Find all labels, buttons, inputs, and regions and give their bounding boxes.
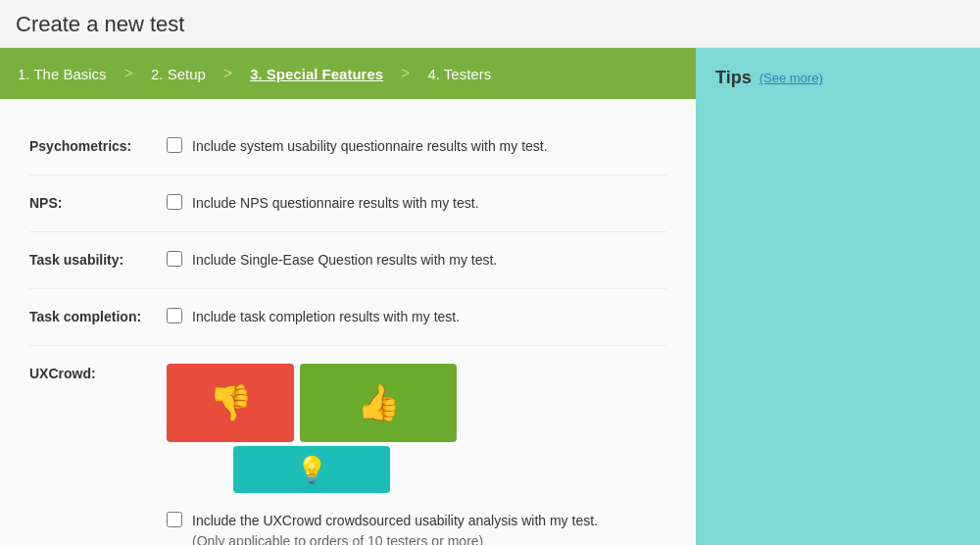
sep-2: > <box>223 65 232 82</box>
step-testers[interactable]: 4. Testers <box>410 48 509 99</box>
tips-title: Tips <box>715 68 752 88</box>
bulb-button[interactable]: 💡 <box>233 446 390 493</box>
task-usability-text: Include Single-Ease Question results wit… <box>192 250 497 271</box>
uxcrowd-row: UXCrowd: 👎 👍 💡 <box>29 346 666 545</box>
step-nav: 1. The Basics > 2. Setup > 3. Special Fe… <box>0 48 696 99</box>
task-completion-text: Include task completion results with my … <box>192 307 460 327</box>
nps-checkbox-wrap[interactable] <box>167 194 182 213</box>
psychometrics-checkbox[interactable] <box>167 137 182 153</box>
step-basics[interactable]: 1. The Basics <box>0 48 124 99</box>
content-area: Psychometrics: Include system usability … <box>0 99 696 545</box>
thumbs-down-icon: 👎 <box>209 382 253 423</box>
uxcrowd-checkbox[interactable] <box>167 512 182 527</box>
uxcrowd-checkbox-area: Include the UXCrowd crowdsourced usabili… <box>167 511 598 545</box>
step-special[interactable]: 3. Special Features <box>232 48 401 99</box>
uxcrowd-top-row: 👎 👍 <box>167 364 457 442</box>
task-completion-content: Include task completion results with my … <box>167 307 666 327</box>
step-setup[interactable]: 2. Setup <box>133 48 223 99</box>
uxcrowd-label: UXCrowd: <box>29 364 167 381</box>
task-completion-row: Task completion: Include task completion… <box>29 289 666 346</box>
uxcrowd-note: (Only applicable to orders of 10 testers… <box>192 533 483 545</box>
psychometrics-row: Psychometrics: Include system usability … <box>29 119 666 175</box>
nps-text: Include NPS questionnaire results with m… <box>192 193 479 214</box>
uxcrowd-checkbox-wrap[interactable] <box>167 512 182 530</box>
thumbs-up-icon: 👍 <box>357 382 401 423</box>
thumbs-down-button[interactable]: 👎 <box>167 364 294 442</box>
task-usability-content: Include Single-Ease Question results wit… <box>167 250 666 271</box>
psychometrics-label: Psychometrics: <box>29 136 167 154</box>
task-usability-checkbox[interactable] <box>167 251 182 267</box>
task-usability-label: Task usability: <box>29 250 167 268</box>
psychometrics-content: Include system usability questionnaire r… <box>167 136 666 157</box>
tips-header: Tips (See more) <box>715 68 960 88</box>
right-panel: Tips (See more) <box>696 48 980 545</box>
page-title: Create a new test <box>16 12 964 37</box>
task-usability-row: Task usability: Include Single-Ease Ques… <box>29 232 666 289</box>
page-header: Create a new test <box>0 0 980 48</box>
task-completion-checkbox-wrap[interactable] <box>167 308 182 326</box>
bulb-icon: 💡 <box>296 455 327 485</box>
nps-checkbox[interactable] <box>167 194 182 210</box>
uxcrowd-content: 👎 👍 💡 <box>167 364 666 545</box>
uxcrowd-widget: 👎 👍 💡 <box>167 364 457 493</box>
tips-see-more-link[interactable]: (See more) <box>760 71 823 85</box>
sep-1: > <box>124 65 133 82</box>
nps-row: NPS: Include NPS questionnaire results w… <box>29 175 666 232</box>
nps-label: NPS: <box>29 193 167 211</box>
task-completion-checkbox[interactable] <box>167 308 182 323</box>
nps-content: Include NPS questionnaire results with m… <box>167 193 666 214</box>
thumbs-up-button[interactable]: 👍 <box>300 364 457 442</box>
task-completion-label: Task completion: <box>29 307 167 324</box>
psychometrics-checkbox-wrap[interactable] <box>167 137 182 156</box>
uxcrowd-checkbox-text: Include the UXCrowd crowdsourced usabili… <box>192 513 598 528</box>
task-usability-checkbox-wrap[interactable] <box>167 251 182 270</box>
left-panel: 1. The Basics > 2. Setup > 3. Special Fe… <box>0 48 696 545</box>
uxcrowd-checkbox-text-area: Include the UXCrowd crowdsourced usabili… <box>192 511 598 545</box>
sep-3: > <box>401 65 410 82</box>
psychometrics-text: Include system usability questionnaire r… <box>192 136 548 157</box>
